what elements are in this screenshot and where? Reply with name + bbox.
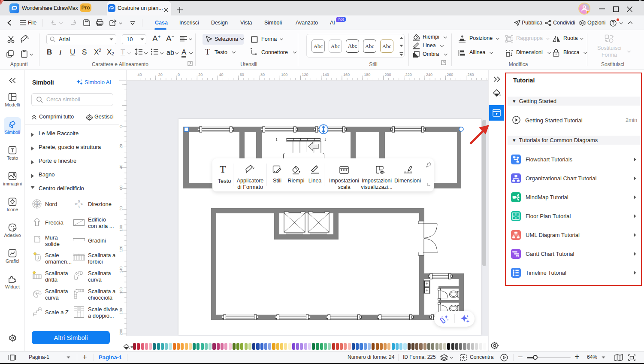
svg-text:0: 0 <box>178 73 180 77</box>
svg-text:280: 280 <box>468 73 474 77</box>
svg-text:160: 160 <box>343 73 350 77</box>
svg-text:100: 100 <box>281 73 287 77</box>
svg-text:N: N <box>78 200 80 202</box>
svg-text:140: 140 <box>119 267 123 273</box>
svg-text:80: 80 <box>260 73 265 77</box>
svg-text:180: 180 <box>364 73 370 77</box>
svg-text:120: 120 <box>302 73 308 77</box>
svg-text:100: 100 <box>119 225 123 231</box>
svg-text:W: W <box>75 203 77 205</box>
svg-text:120: 120 <box>119 246 123 252</box>
svg-text:-40: -40 <box>136 73 142 77</box>
svg-text:S: S <box>78 206 80 209</box>
svg-text:40: 40 <box>119 165 123 169</box>
svg-text:20: 20 <box>119 144 123 148</box>
svg-text:0: 0 <box>119 125 123 127</box>
svg-text:-20: -20 <box>157 73 163 77</box>
svg-text:260: 260 <box>447 73 453 77</box>
svg-text:200: 200 <box>385 73 391 77</box>
svg-text:140: 140 <box>323 73 329 77</box>
svg-text:160: 160 <box>119 287 123 294</box>
svg-text:40: 40 <box>219 73 224 77</box>
svg-text:E: E <box>81 203 83 205</box>
svg-text:N: N <box>36 203 38 206</box>
svg-text:20: 20 <box>198 73 203 77</box>
svg-text:80: 80 <box>119 206 123 211</box>
svg-text:180: 180 <box>119 308 123 315</box>
svg-text:200: 200 <box>119 329 123 335</box>
svg-text:240: 240 <box>426 73 432 77</box>
svg-text:60: 60 <box>240 73 244 77</box>
svg-text:60: 60 <box>119 185 123 190</box>
svg-text:220: 220 <box>405 73 412 77</box>
